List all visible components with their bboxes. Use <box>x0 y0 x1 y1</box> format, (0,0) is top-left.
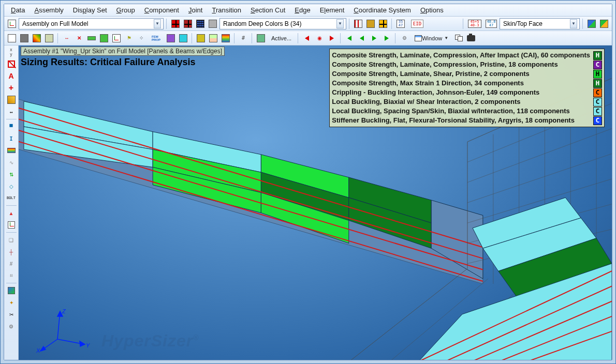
next-red-button[interactable] <box>326 33 338 44</box>
red-plus-button[interactable]: + <box>6 82 17 94</box>
fem-prop-button[interactable]: FEMPROP <box>148 33 164 44</box>
expand-button[interactable] <box>255 33 267 44</box>
scissors-button[interactable]: ✂ <box>6 309 17 320</box>
plane-xz-button[interactable] <box>98 33 110 44</box>
grid-cross-button[interactable]: ┼ <box>6 246 17 257</box>
prev-green-button[interactable] <box>356 33 368 44</box>
first-green-button[interactable] <box>344 33 355 44</box>
window-menu-button[interactable]: Window ▼ <box>411 33 452 44</box>
menu-coordinate-system[interactable]: Coordinate System <box>350 5 415 15</box>
menu-section-cut[interactable]: Section Cut <box>247 5 289 15</box>
doc-stack-button[interactable]: ❏ <box>6 234 17 246</box>
chevron-down-icon[interactable]: ▼ <box>154 19 161 28</box>
config-icon[interactable] <box>6 18 18 29</box>
menu-transition[interactable]: Transition <box>208 5 245 15</box>
legend-row: Local Buckling, Spacing Span/Skin, Biaxi… <box>332 107 602 116</box>
pyramid-red-button[interactable]: ▲ <box>6 207 17 219</box>
eid-button[interactable]: EID <box>407 18 427 29</box>
camera-button[interactable] <box>465 33 477 44</box>
menu-joint[interactable]: Joint <box>185 5 206 15</box>
separator <box>6 283 17 283</box>
menu-group[interactable]: Group <box>113 5 139 15</box>
shade-toggle-button[interactable] <box>19 33 30 44</box>
menu-edge[interactable]: Edge <box>291 5 314 15</box>
next-green-button[interactable] <box>369 33 380 44</box>
axes-button[interactable] <box>111 33 122 44</box>
menu-component[interactable]: Component <box>141 5 183 15</box>
cube-colored-button[interactable] <box>6 285 17 296</box>
stop-red-button[interactable]: ◉ <box>314 33 325 44</box>
plane-xy-button[interactable] <box>86 33 97 44</box>
legend-row: Composite Strength, Laminate, Compressio… <box>332 51 602 60</box>
view-mode-3-button[interactable] <box>377 18 389 29</box>
view-mode-2-button[interactable] <box>365 18 376 29</box>
menu-element[interactable]: Element <box>316 5 348 15</box>
face-style-2-button[interactable] <box>598 18 610 29</box>
legend-swatch: H <box>593 79 602 88</box>
tri-view-button[interactable] <box>208 33 219 44</box>
palette-4-button[interactable] <box>207 18 218 29</box>
legend-swatch: C <box>593 88 602 97</box>
numbers-3-button[interactable]: 48.8 47 <box>484 18 498 29</box>
legend-row: Composite Strength, Laminate, Shear, Pri… <box>332 69 602 79</box>
magic-wand-button[interactable]: ✦ <box>6 297 17 308</box>
letter-a-button[interactable]: A <box>6 70 17 82</box>
v-arrows-button[interactable]: ⇅ <box>6 169 17 180</box>
legend-swatch: C <box>593 107 602 116</box>
separator <box>6 119 17 119</box>
legend-box: Composite Strength, Laminate, Compressio… <box>329 49 605 127</box>
active-button[interactable]: Active... <box>268 33 295 44</box>
i-beam-button[interactable]: I <box>6 133 17 144</box>
hash-button[interactable]: # <box>238 33 249 44</box>
cursor-xyz-button[interactable]: xy <box>6 47 17 58</box>
palette-3-button[interactable] <box>195 18 206 29</box>
chevron-down-icon[interactable]: ▼ <box>570 19 577 28</box>
grid-hash-2-button[interactable]: ⌗ <box>6 270 17 281</box>
color-gradient-button[interactable] <box>6 145 17 156</box>
menu-display-set[interactable]: Display Set <box>69 5 111 15</box>
axes-tiny-button[interactable] <box>6 219 17 231</box>
elements-button[interactable] <box>43 33 55 44</box>
legend-swatch: C <box>593 98 602 107</box>
settings-icon[interactable]: ⚙ <box>399 33 410 44</box>
watermark: HyperSizer® <box>101 331 199 351</box>
vec-x-button[interactable]: ↔ <box>61 33 72 44</box>
chevron-down-icon[interactable]: ▼ <box>336 19 344 28</box>
beam-shape-button[interactable]: ▀ <box>6 121 17 132</box>
legend-swatch: C <box>593 116 602 125</box>
grid-hash-button[interactable]: # <box>6 258 17 269</box>
grid-dots-button[interactable]: ⁘ <box>136 33 147 44</box>
vec-cross-button[interactable]: ✕ <box>74 33 85 44</box>
gear-outline-button[interactable]: ⚙ <box>6 321 17 332</box>
orient-1-button[interactable] <box>165 33 177 44</box>
warp-mesh-button[interactable] <box>6 94 17 105</box>
color-scheme-combo[interactable]: Random Deep Colors B (34) ▼ <box>219 18 346 29</box>
palette-2-button[interactable] <box>182 18 194 29</box>
filter-button[interactable]: ⚑ <box>123 33 135 44</box>
bolt-label-button[interactable]: BOLT <box>6 192 17 204</box>
dimension-h-button[interactable]: ↔ <box>6 106 17 117</box>
copy-view-button[interactable] <box>453 33 464 44</box>
menu-data[interactable]: Data <box>7 5 28 15</box>
prev-red-button[interactable] <box>301 33 313 44</box>
cube-outline-button[interactable]: ◇ <box>6 180 17 192</box>
viewport-3d[interactable]: Assembly #1 "Wing_Upr Skin" on Full Mode… <box>19 46 612 360</box>
menu-assembly[interactable]: Assembly <box>31 5 67 15</box>
numbers-1-button[interactable]: 3547 <box>395 18 406 29</box>
orient-2-button[interactable] <box>178 33 189 44</box>
quad-view-button[interactable] <box>195 33 207 44</box>
last-green-button[interactable] <box>381 33 392 44</box>
assembly-combo[interactable]: Assembly on Full Model ▼ <box>19 18 164 29</box>
no-entry-button[interactable] <box>6 58 17 70</box>
palette-button[interactable] <box>31 33 42 44</box>
face-combo[interactable]: Skin/Top Face ▼ <box>500 18 580 29</box>
path-sketch-button[interactable]: ∿ <box>6 157 17 168</box>
view-mode-1-button[interactable] <box>353 18 364 29</box>
iso-button[interactable] <box>220 33 231 44</box>
palette-1-button[interactable] <box>170 18 181 29</box>
face-style-1-button[interactable] <box>586 18 597 29</box>
menu-options[interactable]: Options <box>417 5 447 15</box>
new-file-button[interactable] <box>6 33 18 44</box>
side-toolbar: xyA+↔▀I∿⇅◇BOLT▲❏┼#⌗✦✂⚙ <box>4 46 19 360</box>
numbers-2-button[interactable]: 45+5 40-3 <box>466 18 483 29</box>
